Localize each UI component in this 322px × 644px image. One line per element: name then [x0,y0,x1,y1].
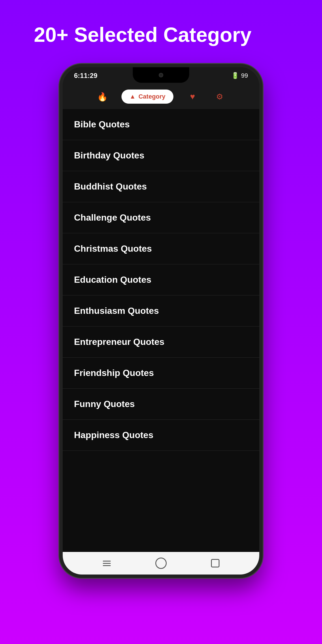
list-item[interactable]: Bible Quotes [63,109,259,140]
list-item[interactable]: Funny Quotes [63,389,259,420]
tab-trending[interactable]: 🔥 [94,89,110,105]
category-icon: ▲ [129,93,136,100]
category-label: Happiness Quotes [74,430,153,440]
battery-icon: 🔋 [231,72,239,79]
nav-tabs: 🔥 ▲ Category ♥ ⚙ [63,84,259,109]
status-right: 🔋 99 [231,72,248,79]
status-bar: 6:11:29 🔋 99 [63,67,259,84]
back-button[interactable] [100,559,114,567]
category-label: Enthusiasm Quotes [74,306,159,316]
tab-favorites[interactable]: ♥ [185,89,201,105]
bottom-nav-bar [63,552,259,575]
category-label: Bible Quotes [74,119,130,130]
list-item[interactable]: Friendship Quotes [63,358,259,389]
tab-category-active[interactable]: ▲ Category [121,90,173,104]
list-item[interactable]: Christmas Quotes [63,233,259,264]
list-item[interactable]: Education Quotes [63,264,259,295]
home-circle-icon [155,558,167,569]
menu-icon [103,561,111,566]
category-label: Birthday Quotes [74,150,144,161]
gear-icon: ⚙ [216,92,223,101]
heart-icon: ♥ [190,92,195,101]
recents-button[interactable] [208,559,222,567]
home-button[interactable] [154,559,168,567]
recents-square-icon [211,559,219,567]
category-label: Challenge Quotes [74,212,151,223]
list-item[interactable]: Challenge Quotes [63,202,259,233]
category-label: Entrepreneur Quotes [74,337,164,347]
category-label: Friendship Quotes [74,368,154,378]
phone-device: 6:11:29 🔋 99 🔥 ▲ Category ♥ ⚙ [59,64,263,578]
list-item[interactable]: Happiness Quotes [63,420,259,451]
page-background-title: 20+ Selected Category [34,23,288,47]
category-list: Bible Quotes Birthday Quotes Buddhist Qu… [63,109,259,552]
tab-settings[interactable]: ⚙ [212,89,228,105]
list-item[interactable]: Entrepreneur Quotes [63,327,259,358]
list-item[interactable]: Birthday Quotes [63,140,259,171]
fire-icon: 🔥 [97,92,108,102]
category-label: Christmas Quotes [74,243,152,254]
list-item[interactable]: Enthusiasm Quotes [63,295,259,327]
battery-level: 99 [241,72,248,79]
category-label: Buddhist Quotes [74,181,147,192]
list-item[interactable]: Buddhist Quotes [63,171,259,202]
screen: 🔥 ▲ Category ♥ ⚙ Bible Quotes Birthday Q… [63,84,259,575]
camera [159,73,163,77]
category-label: Funny Quotes [74,399,135,409]
category-label: Education Quotes [74,275,151,285]
notch [133,67,189,83]
tab-category-label: Category [138,93,165,100]
status-time: 6:11:29 [74,72,97,80]
